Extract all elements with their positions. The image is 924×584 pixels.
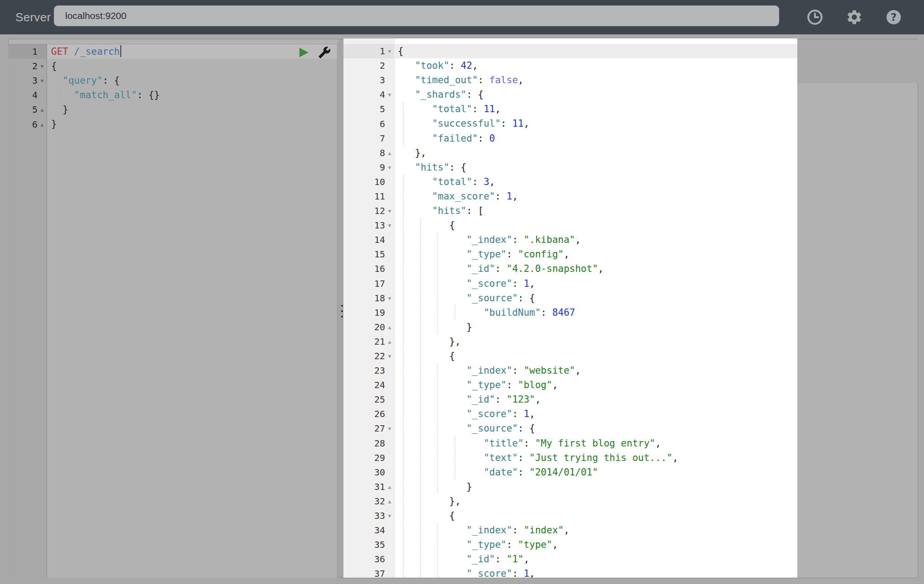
fold-expand-icon[interactable]: ▴	[385, 150, 394, 156]
code-line-13[interactable]: {	[395, 218, 797, 233]
code-line-7[interactable]: "failed": 0	[395, 131, 797, 146]
fold-expand-icon[interactable]: ▴	[38, 106, 47, 113]
code-line-5[interactable]: "total": 11,	[395, 102, 797, 116]
request-code[interactable]: GET /_search{ "query": { "match_all": {}…	[47, 44, 337, 578]
code-line-30[interactable]: "date": "2014/01/01"	[395, 465, 797, 480]
splitter-grip-icon[interactable]	[341, 305, 343, 321]
token-key: "_score"	[467, 278, 512, 289]
token-str: "blog"	[518, 380, 552, 390]
code-line-20[interactable]: }	[395, 320, 797, 334]
code-line-19[interactable]: "buildNum": 8467	[395, 305, 797, 320]
fold-collapse-icon[interactable]: ▾	[38, 77, 47, 84]
code-line-23[interactable]: "_index": "website",	[395, 363, 797, 378]
code-line-22[interactable]: {	[395, 349, 797, 363]
code-line-35[interactable]: "_type": "type",	[395, 537, 797, 552]
server-input[interactable]	[54, 5, 779, 26]
code-line-17[interactable]: "_score": 1,	[395, 276, 797, 291]
code-line-3[interactable]: "query": {	[47, 73, 337, 88]
fold-expand-icon[interactable]: ▴	[385, 484, 394, 490]
token-bool: false	[489, 75, 518, 85]
line-number: 26	[374, 408, 385, 419]
fold-collapse-icon[interactable]: ▾	[385, 353, 394, 359]
code-line-1[interactable]: {	[395, 44, 797, 58]
code-line-6[interactable]: }	[47, 117, 337, 131]
line-number: 11	[374, 191, 385, 202]
fold-expand-icon[interactable]: ▴	[385, 338, 394, 345]
code-line-1[interactable]: GET /_search	[47, 44, 337, 59]
token-url: /_search	[74, 46, 120, 57]
fold-collapse-icon[interactable]: ▾	[385, 208, 394, 214]
response-code[interactable]: { "took": 42, "timed_out": false, "_shar…	[395, 38, 797, 578]
server-label: Server	[15, 10, 51, 24]
token-plain	[398, 408, 467, 419]
code-line-14[interactable]: "_index": ".kibana",	[395, 233, 797, 247]
code-line-34[interactable]: "_index": "index",	[395, 523, 797, 537]
token-punct: :	[512, 234, 524, 245]
line-number: 18	[374, 293, 385, 304]
wrench-menu-button[interactable]	[318, 46, 331, 59]
fold-expand-icon[interactable]: ▴	[38, 121, 47, 128]
token-plain	[398, 293, 467, 304]
gutter-cell: 30	[343, 465, 394, 480]
fold-expand-icon[interactable]: ▴	[385, 324, 394, 330]
fold-collapse-icon[interactable]: ▾	[38, 63, 47, 69]
token-paren: {	[461, 162, 467, 173]
code-line-3[interactable]: "timed_out": false,	[395, 73, 797, 87]
fold-collapse-icon[interactable]: ▾	[385, 164, 394, 171]
code-line-9[interactable]: "hits": {	[395, 160, 797, 175]
line-number: 2	[32, 61, 38, 71]
code-line-4[interactable]: "_shards": {	[395, 87, 797, 102]
line-number: 21	[374, 336, 385, 347]
settings-button[interactable]	[846, 9, 863, 26]
code-line-29[interactable]: "text": "Just trying this out...",	[395, 451, 797, 465]
response-editor[interactable]: 1▾234▾5678▴9▾101112▾13▾1415161718▾1920▴2…	[343, 38, 797, 578]
token-plain	[398, 438, 484, 449]
code-line-8[interactable]: },	[395, 146, 797, 160]
token-str: "My first blog entry"	[535, 438, 655, 449]
code-line-6[interactable]: "successful": 11,	[395, 116, 797, 131]
fold-collapse-icon[interactable]: ▾	[385, 222, 394, 228]
code-line-5[interactable]: }	[47, 102, 337, 117]
code-line-15[interactable]: "_type": "config",	[395, 247, 797, 261]
code-line-16[interactable]: "_id": "4.2.0-snapshot",	[395, 261, 797, 276]
token-paren: {}	[148, 90, 160, 100]
code-line-33[interactable]: {	[395, 508, 797, 523]
token-punct: ,	[524, 118, 529, 129]
code-line-2[interactable]: "took": 42,	[395, 58, 797, 73]
fold-expand-icon[interactable]: ▴	[385, 498, 394, 504]
token-plain	[398, 510, 449, 521]
fold-collapse-icon[interactable]: ▾	[385, 91, 394, 98]
code-line-12[interactable]: "hits": [	[395, 204, 797, 218]
history-button[interactable]	[806, 9, 824, 26]
fold-collapse-icon[interactable]: ▾	[385, 425, 394, 432]
code-line-4[interactable]: "match_all": {}	[47, 88, 337, 102]
token-paren: {	[114, 75, 120, 86]
code-line-21[interactable]: },	[395, 334, 797, 349]
code-line-36[interactable]: "_id": "1",	[395, 552, 797, 566]
code-line-26[interactable]: "_score": 1,	[395, 407, 797, 421]
request-editor[interactable]: 12▾3▾45▴6▴ GET /_search{ "query": { "mat…	[8, 44, 338, 578]
code-line-18[interactable]: "_source": {	[395, 291, 797, 305]
line-number: 8	[380, 147, 385, 158]
help-button[interactable]: ?	[885, 9, 902, 26]
code-line-2[interactable]: {	[47, 59, 337, 73]
code-line-24[interactable]: "_type": "blog",	[395, 378, 797, 392]
fold-collapse-icon[interactable]: ▾	[385, 513, 394, 519]
code-line-10[interactable]: "total": 3,	[395, 175, 797, 189]
code-line-37[interactable]: "_score": 1,	[395, 566, 797, 578]
code-line-27[interactable]: "_source": {	[395, 421, 797, 436]
gutter-cell: 3▾	[8, 73, 47, 88]
send-request-button[interactable]	[297, 46, 310, 59]
token-key: "_type"	[467, 539, 507, 550]
token-punct: ,	[655, 438, 661, 449]
code-line-25[interactable]: "_id": "123",	[395, 392, 797, 407]
fold-collapse-icon[interactable]: ▾	[385, 295, 394, 301]
code-line-11[interactable]: "max_score": 1,	[395, 189, 797, 204]
code-line-32[interactable]: },	[395, 494, 797, 508]
line-number: 5	[380, 104, 385, 114]
code-line-28[interactable]: "title": "My first blog entry",	[395, 436, 797, 451]
gutter-cell: 21▴	[343, 334, 394, 349]
gutter-cell: 24	[343, 378, 394, 392]
code-line-31[interactable]: }	[395, 480, 797, 494]
fold-collapse-icon[interactable]: ▾	[385, 48, 394, 54]
